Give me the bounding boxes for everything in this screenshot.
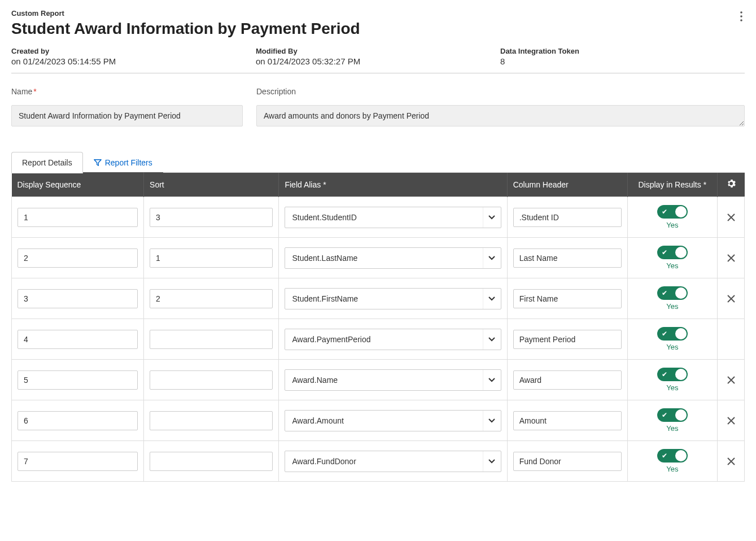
check-icon: ✔: [662, 208, 667, 216]
th-column-header: Column Header: [507, 172, 627, 197]
column-header-input[interactable]: [513, 452, 622, 471]
check-icon: ✔: [662, 452, 667, 460]
toggle-label: Yes: [666, 465, 678, 473]
check-icon: ✔: [662, 248, 667, 256]
column-header-input[interactable]: [513, 411, 622, 430]
display-toggle[interactable]: ✔: [657, 327, 688, 341]
table-row: ✔Yes: [12, 197, 745, 238]
sort-input[interactable]: [150, 370, 273, 390]
more-menu-button[interactable]: [738, 9, 745, 26]
sort-input[interactable]: [150, 452, 273, 471]
table-row: ✔Yes: [12, 238, 745, 278]
svg-point-0: [740, 11, 742, 14]
close-icon: [727, 457, 735, 465]
check-icon: ✔: [662, 289, 667, 297]
close-icon: [727, 376, 735, 384]
created-by-label: Created by: [11, 47, 256, 55]
field-alias-select[interactable]: [285, 451, 501, 472]
tab-report-filters[interactable]: Report Filters: [83, 152, 163, 173]
toggle-label: Yes: [666, 221, 678, 229]
display-sequence-input[interactable]: [18, 289, 138, 308]
table-row: ✔Yes: [12, 278, 745, 319]
toggle-label: Yes: [666, 424, 678, 433]
display-sequence-input[interactable]: [18, 208, 138, 227]
close-icon: [727, 213, 735, 221]
column-header-input[interactable]: [513, 289, 622, 308]
required-indicator: *: [33, 87, 36, 96]
name-label: Name*: [11, 87, 243, 96]
toggle-label: Yes: [666, 343, 678, 351]
display-toggle[interactable]: ✔: [657, 246, 688, 259]
display-toggle[interactable]: ✔: [657, 205, 688, 219]
delete-row-button[interactable]: [724, 414, 738, 427]
tab-report-details[interactable]: Report Details: [11, 152, 83, 173]
display-toggle[interactable]: ✔: [657, 286, 688, 300]
check-icon: ✔: [662, 370, 667, 378]
th-settings[interactable]: [718, 172, 745, 197]
delete-row-button[interactable]: [724, 455, 738, 468]
token-value: 8: [500, 56, 745, 66]
table-row: ✔Yes: [12, 319, 745, 360]
column-header-input[interactable]: [513, 330, 622, 349]
meta-row: Created by on 01/24/2023 05:14:55 PM Mod…: [11, 47, 745, 73]
th-display-in-results: Display in Results *: [627, 172, 718, 197]
toggle-label: Yes: [666, 302, 678, 311]
page-title: Student Award Information by Payment Per…: [11, 20, 360, 38]
svg-point-1: [740, 15, 742, 18]
check-icon: ✔: [662, 411, 667, 419]
token-label: Data Integration Token: [500, 47, 745, 55]
display-sequence-input[interactable]: [18, 411, 138, 430]
sort-input[interactable]: [150, 248, 273, 268]
table-row: ✔Yes: [12, 360, 745, 400]
filter-icon: [94, 159, 102, 167]
tabs: Report Details Report Filters: [11, 151, 745, 173]
display-sequence-input[interactable]: [18, 370, 138, 390]
gear-icon: [727, 179, 736, 188]
display-toggle[interactable]: ✔: [657, 368, 688, 381]
delete-row-button[interactable]: [724, 211, 738, 224]
field-alias-select[interactable]: [285, 329, 501, 350]
close-icon: [727, 295, 735, 303]
close-icon: [727, 417, 735, 425]
modified-by-value: on 01/24/2023 05:32:27 PM: [256, 56, 500, 66]
column-header-input[interactable]: [513, 248, 622, 268]
more-vert-icon: [740, 11, 742, 21]
th-field-alias: Field Alias *: [279, 172, 507, 197]
description-textarea[interactable]: [256, 105, 745, 126]
breadcrumb: Custom Report: [11, 9, 360, 18]
display-sequence-input[interactable]: [18, 452, 138, 471]
column-header-input[interactable]: [513, 208, 622, 227]
field-alias-select[interactable]: [285, 369, 501, 391]
display-toggle[interactable]: ✔: [657, 449, 688, 463]
field-alias-select[interactable]: [285, 207, 501, 228]
th-sort: Sort: [144, 172, 279, 197]
sort-input[interactable]: [150, 289, 273, 308]
sort-input[interactable]: [150, 411, 273, 430]
th-display-sequence: Display Sequence: [12, 172, 144, 197]
sort-input[interactable]: [150, 330, 273, 349]
report-details-table: Display Sequence Sort Field Alias * Colu…: [11, 172, 745, 482]
field-alias-select[interactable]: [285, 247, 501, 269]
field-alias-select[interactable]: [285, 288, 501, 309]
check-icon: ✔: [662, 330, 667, 338]
close-icon: [727, 254, 735, 262]
display-toggle[interactable]: ✔: [657, 408, 688, 422]
table-row: ✔Yes: [12, 400, 745, 441]
delete-row-button[interactable]: [724, 373, 738, 387]
sort-input[interactable]: [150, 208, 273, 227]
toggle-label: Yes: [666, 261, 678, 270]
created-by-value: on 01/24/2023 05:14:55 PM: [11, 56, 256, 66]
svg-point-2: [740, 19, 742, 21]
delete-row-button[interactable]: [724, 251, 738, 265]
modified-by-label: Modified By: [256, 47, 500, 55]
name-input[interactable]: [11, 105, 243, 126]
toggle-label: Yes: [666, 383, 678, 392]
description-label: Description: [256, 87, 745, 96]
tab-filters-label: Report Filters: [105, 158, 152, 167]
column-header-input[interactable]: [513, 370, 622, 390]
field-alias-select[interactable]: [285, 410, 501, 431]
delete-row-button[interactable]: [724, 292, 738, 306]
display-sequence-input[interactable]: [18, 330, 138, 349]
table-row: ✔Yes: [12, 441, 745, 482]
display-sequence-input[interactable]: [18, 248, 138, 268]
